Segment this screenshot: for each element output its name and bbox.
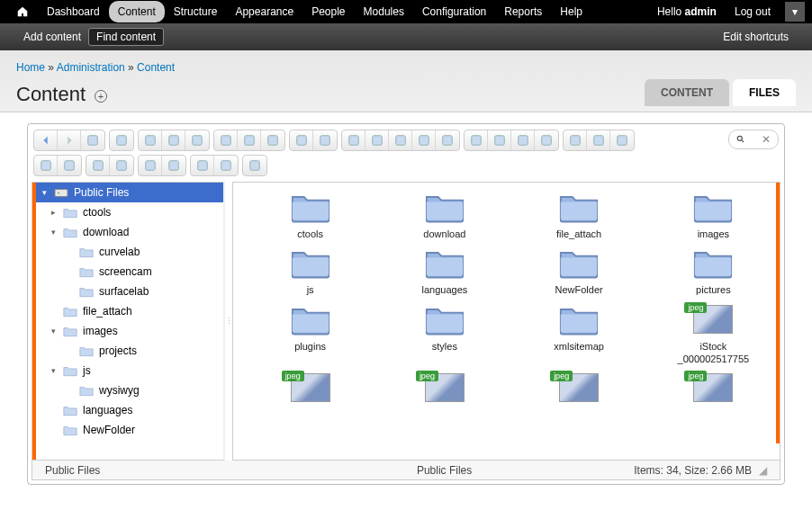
- copy-button[interactable]: [214, 130, 238, 150]
- file-item[interactable]: download: [385, 190, 503, 240]
- edit-shortcuts-link[interactable]: Edit shortcuts: [716, 28, 796, 46]
- delete-button[interactable]: [412, 130, 436, 150]
- home-link[interactable]: [7, 1, 38, 23]
- undo-button[interactable]: [290, 130, 313, 150]
- fullscreen-button[interactable]: [243, 156, 266, 175]
- folder-icon: [63, 405, 77, 416]
- tree-item-projects[interactable]: projects: [32, 341, 223, 361]
- folder-tree[interactable]: ▾Public Files ▸ctools▾downloadcurvelabsc…: [32, 182, 225, 461]
- back-button[interactable]: [34, 130, 58, 150]
- splitter-handle[interactable]: ⋮: [225, 182, 232, 461]
- menu-configuration[interactable]: Configuration: [413, 1, 495, 22]
- delete-file-button[interactable]: [389, 130, 412, 150]
- tree-item-surfacelab[interactable]: surfacelab: [32, 282, 223, 301]
- select-all-button[interactable]: [488, 130, 511, 150]
- image1-button[interactable]: [86, 156, 110, 175]
- image2-button[interactable]: [110, 156, 133, 175]
- add-shortcut-icon[interactable]: +: [95, 90, 107, 103]
- new-file-button[interactable]: [139, 130, 162, 150]
- select-none-button[interactable]: [511, 130, 535, 150]
- print-button[interactable]: [110, 130, 133, 150]
- scissors-icon: [371, 134, 383, 147]
- menu-appearance[interactable]: Appearance: [226, 1, 302, 22]
- tree-item-download[interactable]: ▾download: [32, 222, 223, 242]
- tree-item-file_attach[interactable]: file_attach: [32, 301, 223, 321]
- file-item[interactable]: js: [251, 246, 369, 296]
- find-content-link[interactable]: Find content: [88, 28, 164, 46]
- info-button[interactable]: [58, 156, 81, 175]
- new-folder-button[interactable]: [162, 130, 185, 150]
- tab-content[interactable]: CONTENT: [645, 79, 729, 106]
- search-input[interactable]: ✕: [728, 130, 779, 149]
- search-icon: [736, 135, 745, 144]
- file-item[interactable]: jpeg: [654, 371, 772, 408]
- tree-root[interactable]: ▾Public Files: [36, 183, 223, 202]
- cut-icon: [347, 134, 360, 147]
- file-item[interactable]: images: [654, 190, 772, 240]
- file-item[interactable]: plugins: [251, 302, 369, 366]
- help-button[interactable]: [214, 156, 238, 175]
- select-button[interactable]: [465, 130, 488, 150]
- file-item[interactable]: styles: [385, 302, 503, 366]
- file-item[interactable]: jpegiStock _000002517755: [654, 302, 772, 366]
- invert-button[interactable]: [535, 130, 558, 150]
- env-dropdown[interactable]: ▾: [785, 2, 805, 22]
- up-button[interactable]: [81, 130, 104, 150]
- tree-item-images[interactable]: ▾images: [32, 321, 223, 341]
- tree-item-screencam[interactable]: screencam: [32, 262, 223, 282]
- file-grid-area[interactable]: ctoolsdownloadfile_attachimagesjslanguag…: [232, 182, 780, 461]
- add-content-link[interactable]: Add content: [16, 28, 88, 46]
- select-icon: [470, 134, 483, 147]
- tree-item-curvelab[interactable]: curvelab: [32, 242, 223, 262]
- file-item[interactable]: NewFolder: [520, 246, 638, 296]
- menu-people[interactable]: People: [302, 1, 354, 22]
- folder-icon: [63, 306, 77, 318]
- save-button[interactable]: [185, 130, 209, 150]
- scissors-button[interactable]: [365, 130, 389, 150]
- file-scrollbar[interactable]: [776, 183, 780, 443]
- paste-button[interactable]: [238, 130, 261, 150]
- file-item[interactable]: jpeg: [385, 371, 503, 408]
- tab-files[interactable]: FILES: [733, 79, 796, 106]
- tree-item-languages[interactable]: languages: [32, 400, 223, 420]
- gear-button[interactable]: [191, 156, 214, 175]
- file-item[interactable]: file_attach: [520, 190, 638, 240]
- view-details-icon: [616, 134, 628, 147]
- file-item[interactable]: languages: [385, 246, 503, 296]
- tree-item-js[interactable]: ▾js: [32, 361, 223, 380]
- resize-grip[interactable]: ◢: [759, 464, 767, 477]
- tree-item-ctools[interactable]: ▸ctools: [32, 202, 223, 222]
- breadcrumb-home[interactable]: Home: [16, 61, 45, 74]
- cut-button[interactable]: [342, 130, 365, 150]
- hello-user[interactable]: Hello admin: [648, 1, 726, 22]
- menu-structure[interactable]: Structure: [165, 1, 227, 22]
- duplicate-button[interactable]: [261, 130, 284, 150]
- clear-icon[interactable]: ✕: [762, 133, 771, 146]
- file-item[interactable]: jpeg: [520, 371, 638, 408]
- file-item[interactable]: pictures: [654, 246, 772, 296]
- window-button[interactable]: [139, 156, 162, 175]
- preview-button[interactable]: [34, 156, 58, 175]
- menu-dashboard[interactable]: Dashboard: [38, 1, 109, 22]
- tree-item-NewFolder[interactable]: NewFolder: [32, 420, 223, 440]
- view-details-button[interactable]: [610, 130, 634, 150]
- view-list-button[interactable]: [587, 130, 610, 150]
- menu-reports[interactable]: Reports: [495, 1, 551, 22]
- tree-item-wysiwyg[interactable]: wysiwyg: [32, 380, 223, 400]
- forward-button[interactable]: [58, 130, 81, 150]
- breadcrumb-content[interactable]: Content: [137, 61, 175, 74]
- logout-link[interactable]: Log out: [726, 1, 780, 22]
- view-icons-button[interactable]: [564, 130, 587, 150]
- file-item[interactable]: ctools: [251, 190, 369, 240]
- menu-modules[interactable]: Modules: [355, 1, 413, 22]
- file-item[interactable]: jpeg: [251, 371, 369, 408]
- rename-button[interactable]: [162, 156, 185, 175]
- tree-scrollbar[interactable]: [32, 183, 36, 460]
- menu-content[interactable]: Content: [109, 1, 165, 22]
- file-item[interactable]: xmlsitemap: [520, 302, 638, 366]
- lock-button[interactable]: [436, 130, 459, 150]
- redo-button[interactable]: [313, 130, 337, 150]
- menu-help[interactable]: Help: [551, 1, 591, 22]
- breadcrumb-admin[interactable]: Administration: [57, 61, 125, 74]
- admin-menu-bar: Dashboard Content Structure Appearance P…: [0, 0, 812, 23]
